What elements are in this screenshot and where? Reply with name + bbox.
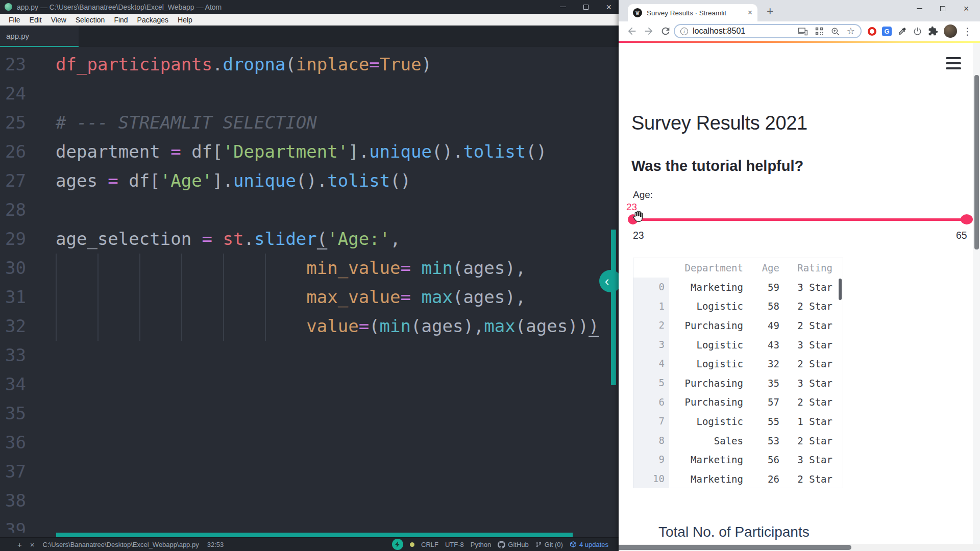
- line-number: 36: [0, 428, 26, 457]
- slider-max-label: 65: [956, 230, 967, 241]
- code-text: max_value= max(ages),: [56, 283, 526, 312]
- back-button[interactable]: [626, 26, 638, 37]
- table-cell: 2 Star: [784, 473, 837, 485]
- extensions-puzzle-icon[interactable]: [928, 26, 938, 36]
- line-number: 30: [0, 254, 26, 283]
- table-cell: Purchasing: [669, 378, 748, 389]
- atom-window: app.py — C:\Users\Bananatree\Desktop\Exc…: [0, 0, 619, 551]
- busy-signal-icon[interactable]: [392, 539, 403, 550]
- code-area[interactable]: 23df_participants.dropna(inplace=True)24…: [0, 47, 619, 533]
- table-cell: 2 Star: [784, 435, 837, 446]
- eyedropper-extension-icon[interactable]: [897, 27, 907, 36]
- page-vertical-scrollbar[interactable]: [974, 75, 979, 249]
- page-horizontal-scrollbar[interactable]: [619, 545, 851, 550]
- menu-edit[interactable]: Edit: [25, 16, 46, 24]
- adblock-extension-icon[interactable]: [868, 27, 876, 36]
- send-to-device-icon[interactable]: [798, 27, 808, 36]
- editor-tab-app-py[interactable]: app.py: [0, 26, 79, 47]
- close-button[interactable]: ×: [954, 0, 978, 17]
- table-row: 1Logistic582 Star: [633, 297, 843, 316]
- github-label: GitHub: [508, 541, 528, 548]
- hamburger-bar: [946, 67, 961, 69]
- qr-code-icon[interactable]: [815, 27, 824, 36]
- table-cell: 49: [748, 320, 784, 331]
- statusbar-right: CRLF UTF-8 Python GitHub Git (0) 4 updat…: [392, 539, 608, 550]
- translate-extension-icon[interactable]: G: [882, 27, 892, 36]
- code-text: department = df['Department'].unique().t…: [56, 137, 547, 166]
- file-path[interactable]: C:\Users\Bananatree\Desktop\Excel_Webapp…: [43, 541, 199, 548]
- atom-titlebar: app.py — C:\Users\Bananatree\Desktop\Exc…: [0, 0, 619, 14]
- code-line-30: 30 min_value= min(ages),: [0, 254, 619, 283]
- streamlit-decoration-bar: [619, 41, 980, 43]
- chrome-toolbar: i localhost:8501 ☆ G ⋮: [619, 21, 980, 41]
- cursor-position[interactable]: 32:53: [207, 541, 224, 548]
- close-icon: ×: [964, 4, 969, 14]
- minimize-icon[interactable]: [560, 7, 566, 8]
- encoding-indicator[interactable]: UTF-8: [445, 541, 464, 548]
- line-number: 35: [0, 399, 26, 428]
- tab-close-icon[interactable]: ×: [748, 8, 752, 17]
- menu-file[interactable]: File: [4, 16, 25, 24]
- table-cell: 3 Star: [784, 282, 837, 293]
- line-number: 32: [0, 312, 26, 341]
- url-text[interactable]: localhost:8501: [693, 27, 745, 36]
- editor-vertical-scrollbar[interactable]: [611, 230, 616, 385]
- profile-avatar[interactable]: [944, 24, 957, 38]
- table-cell: Logistic: [669, 300, 748, 312]
- site-info-icon[interactable]: i: [680, 28, 688, 35]
- language-indicator[interactable]: Python: [471, 541, 491, 548]
- git-status[interactable]: Git (0): [535, 541, 563, 548]
- bookmark-star-icon[interactable]: ☆: [847, 26, 855, 37]
- maximize-button[interactable]: [931, 0, 954, 17]
- editor-horizontal-scrollbar[interactable]: [56, 533, 573, 537]
- atom-tabbar: app.py: [0, 26, 619, 47]
- dataframe-table[interactable]: DepartmentAgeRating 0Marketing593 Star1L…: [633, 258, 843, 488]
- github-icon: [498, 541, 505, 548]
- address-bar[interactable]: i localhost:8501 ☆: [674, 24, 862, 38]
- close-file-icon[interactable]: ×: [30, 540, 35, 549]
- zoom-icon[interactable]: [830, 27, 840, 36]
- power-extension-icon[interactable]: [913, 27, 922, 36]
- code-line-34: 34: [0, 370, 619, 399]
- table-cell: 32: [748, 358, 784, 369]
- maximize-icon[interactable]: [583, 5, 589, 10]
- menu-view[interactable]: View: [46, 16, 71, 24]
- menu-find[interactable]: Find: [109, 16, 132, 24]
- package-updates[interactable]: 4 updates: [570, 541, 608, 548]
- table-cell: 3 Star: [784, 454, 837, 465]
- table-cell: Rating: [784, 262, 837, 273]
- line-ending-indicator[interactable]: CRLF: [421, 541, 438, 548]
- streamlit-hamburger-menu[interactable]: [946, 57, 961, 70]
- page-subheader: Was the tutorial helpful?: [631, 158, 803, 174]
- code-line-39: 39: [0, 515, 619, 533]
- new-tab-button[interactable]: +: [767, 5, 773, 18]
- table-row: 4Logistic322 Star: [633, 354, 843, 373]
- github-status[interactable]: GitHub: [498, 541, 528, 548]
- slider-thumb-right[interactable]: [961, 214, 973, 224]
- code-line-31: 31 max_value= max(ages),: [0, 283, 619, 312]
- browser-tab[interactable]: ♛ Survey Results · Streamlit ×: [628, 4, 757, 21]
- code-line-23: 23df_participants.dropna(inplace=True): [0, 50, 619, 79]
- close-icon[interactable]: ×: [606, 3, 611, 12]
- row-index-cell: 2: [633, 316, 669, 335]
- menu-selection[interactable]: Selection: [71, 16, 110, 24]
- table-scrollbar[interactable]: [839, 279, 842, 300]
- panel-toggle-handle[interactable]: ‹: [599, 270, 619, 292]
- reload-button[interactable]: [660, 26, 671, 37]
- minimize-button[interactable]: [908, 0, 931, 17]
- table-cell: Logistic: [669, 416, 748, 427]
- line-number: 39: [0, 515, 26, 533]
- page-title: Survey Results 2021: [631, 112, 807, 134]
- slider-min-label: 23: [633, 230, 644, 241]
- table-cell: Marketing: [669, 454, 748, 465]
- code-text: ages = df['Age'].unique().tolist(): [56, 166, 411, 195]
- chrome-menu-icon[interactable]: ⋮: [963, 26, 972, 37]
- code-line-37: 37: [0, 457, 619, 486]
- add-file-icon[interactable]: +: [17, 540, 22, 549]
- menu-packages[interactable]: Packages: [133, 16, 173, 24]
- line-number: 28: [0, 195, 26, 224]
- slider-track[interactable]: [631, 218, 968, 221]
- menu-help[interactable]: Help: [173, 16, 197, 24]
- line-number: 31: [0, 283, 26, 312]
- forward-button[interactable]: [643, 26, 654, 37]
